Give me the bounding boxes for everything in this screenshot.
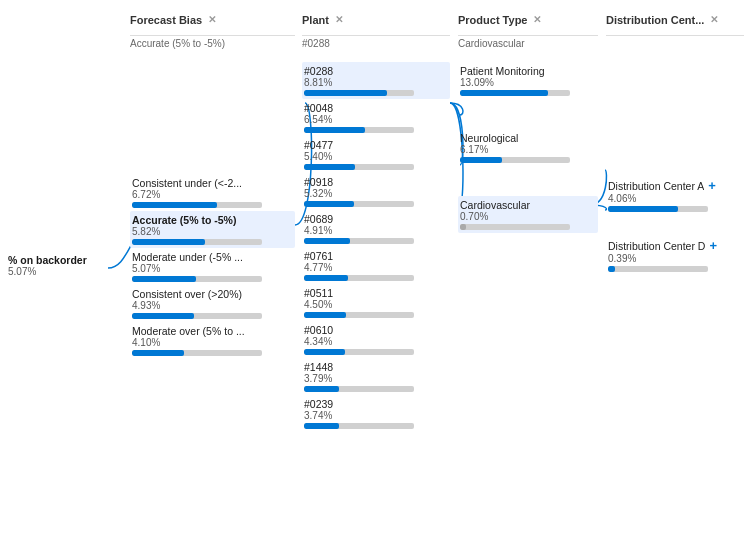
plant-item-pct: 6.54% [304, 114, 448, 125]
plant-subheader: #0288 [302, 38, 450, 54]
distctr-items: Distribution Center A+4.06%Distribution … [606, 174, 744, 294]
plant-item-pct: 5.32% [304, 188, 448, 199]
plant-item[interactable]: #06894.91% [302, 210, 450, 247]
backorder-block: % on backorder 5.07% [8, 254, 123, 277]
forecast-item-pct: 4.10% [132, 337, 293, 348]
plant-item[interactable]: #14483.79% [302, 358, 450, 395]
prodtype-item-label: Neurological [460, 132, 596, 144]
prodtype-header: Product Type ✕ [458, 8, 598, 36]
forecast-item-pct: 4.93% [132, 300, 293, 311]
forecast-item[interactable]: Moderate under (-5% ...5.07% [130, 248, 295, 285]
plant-item-label: #0918 [304, 176, 448, 188]
plant-item-pct: 3.79% [304, 373, 448, 384]
forecast-item-label: Accurate (5% to -5%) [132, 214, 293, 226]
prodtype-item[interactable]: Neurological6.17% [458, 129, 598, 166]
prodtype-item-pct: 6.17% [460, 144, 596, 155]
col-plant: Plant ✕ #0288 #02888.81%#00486.54%#04775… [302, 8, 450, 432]
distctr-close-icon[interactable]: ✕ [710, 14, 718, 25]
distctr-item[interactable]: Distribution Center A+4.06% [606, 174, 744, 216]
backorder-label: % on backorder [8, 254, 123, 266]
plant-item-pct: 4.91% [304, 225, 448, 236]
forecast-subheader: Accurate (5% to -5%) [130, 38, 295, 54]
backorder-value: 5.07% [8, 266, 123, 277]
prodtype-item-label: Cardiovascular [460, 199, 596, 211]
prodtype-close-icon[interactable]: ✕ [533, 14, 541, 25]
plant-item-label: #0239 [304, 398, 448, 410]
plant-item[interactable]: #00486.54% [302, 99, 450, 136]
distctr-subheader [606, 38, 744, 54]
plant-item-label: #0761 [304, 250, 448, 262]
distctr-header: Distribution Cent... ✕ [606, 8, 744, 36]
distctr-item-pct: 4.06% [608, 193, 742, 204]
forecast-title: Forecast Bias [130, 14, 202, 26]
plant-item-label: #0610 [304, 324, 448, 336]
plant-item[interactable]: #06104.34% [302, 321, 450, 358]
plant-item-label: #0477 [304, 139, 448, 151]
distctr-plus-icon[interactable]: + [709, 238, 717, 253]
distctr-plus-icon[interactable]: + [708, 178, 716, 193]
plant-item-label: #0288 [304, 65, 448, 77]
prodtype-item-pct: 13.09% [460, 77, 596, 88]
prodtype-title: Product Type [458, 14, 527, 26]
prodtype-item-pct: 0.70% [460, 211, 596, 222]
forecast-item-label: Consistent over (>20%) [132, 288, 293, 300]
plant-item-label: #0048 [304, 102, 448, 114]
plant-item-pct: 4.34% [304, 336, 448, 347]
forecast-item-pct: 5.82% [132, 226, 293, 237]
forecast-item-pct: 5.07% [132, 263, 293, 274]
forecast-item[interactable]: Moderate over (5% to ...4.10% [130, 322, 295, 359]
plant-item[interactable]: #02393.74% [302, 395, 450, 432]
plant-item[interactable]: #02888.81% [302, 62, 450, 99]
plant-close-icon[interactable]: ✕ [335, 14, 343, 25]
forecast-item-label: Consistent under (<-2... [132, 177, 293, 189]
col-distctr: Distribution Cent... ✕ Distribution Cent… [606, 8, 744, 294]
forecast-item-label: Moderate under (-5% ... [132, 251, 293, 263]
plant-item-pct: 4.77% [304, 262, 448, 273]
main-container: % on backorder 5.07% Forecast Bias ✕ Acc… [0, 0, 750, 560]
forecast-item[interactable]: Consistent under (<-2...6.72% [130, 174, 295, 211]
plant-item-pct: 5.40% [304, 151, 448, 162]
forecast-item-pct: 6.72% [132, 189, 293, 200]
distctr-item-label: Distribution Center D [608, 240, 705, 252]
col-prodtype: Product Type ✕ Cardiovascular Patient Mo… [458, 8, 598, 263]
plant-item[interactable]: #09185.32% [302, 173, 450, 210]
prodtype-item-label: Patient Monitoring [460, 65, 596, 77]
prodtype-item[interactable]: Patient Monitoring13.09% [458, 62, 598, 99]
distctr-item[interactable]: Distribution Center D+0.39% [606, 234, 744, 276]
plant-items: #02888.81%#00486.54%#04775.40%#09185.32%… [302, 62, 450, 432]
forecast-item-label: Moderate over (5% to ... [132, 325, 293, 337]
forecast-header: Forecast Bias ✕ [130, 8, 295, 36]
plant-item[interactable]: #04775.40% [302, 136, 450, 173]
forecast-item[interactable]: Accurate (5% to -5%)5.82% [130, 211, 295, 248]
prodtype-subheader: Cardiovascular [458, 38, 598, 54]
col-forecast: Forecast Bias ✕ Accurate (5% to -5%) Con… [130, 8, 295, 359]
plant-item-label: #0511 [304, 287, 448, 299]
plant-item-label: #1448 [304, 361, 448, 373]
plant-item-pct: 4.50% [304, 299, 448, 310]
forecast-close-icon[interactable]: ✕ [208, 14, 216, 25]
prodtype-items: Patient Monitoring13.09%Neurological6.17… [458, 62, 598, 263]
plant-title: Plant [302, 14, 329, 26]
col-backorder: % on backorder 5.07% [8, 8, 123, 277]
plant-item-pct: 3.74% [304, 410, 448, 421]
plant-item-label: #0689 [304, 213, 448, 225]
forecast-items: Consistent under (<-2...6.72%Accurate (5… [130, 174, 295, 359]
plant-header: Plant ✕ [302, 8, 450, 36]
plant-item-pct: 8.81% [304, 77, 448, 88]
plant-item[interactable]: #07614.77% [302, 247, 450, 284]
distctr-title: Distribution Cent... [606, 14, 704, 26]
distctr-item-label: Distribution Center A [608, 180, 704, 192]
distctr-item-pct: 0.39% [608, 253, 742, 264]
plant-item[interactable]: #05114.50% [302, 284, 450, 321]
forecast-item[interactable]: Consistent over (>20%)4.93% [130, 285, 295, 322]
prodtype-item[interactable]: Cardiovascular0.70% [458, 196, 598, 233]
